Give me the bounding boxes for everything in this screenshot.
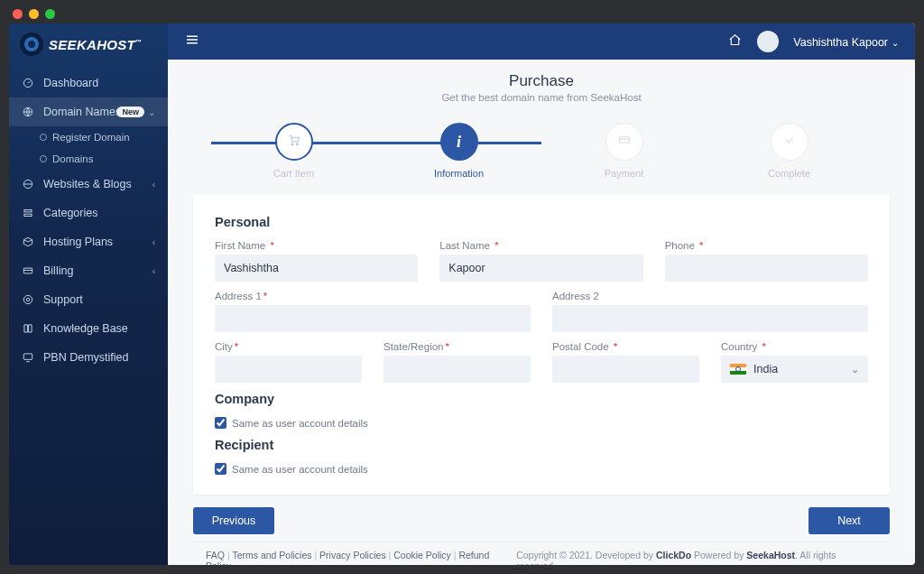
- footer-link-terms[interactable]: Terms and Policies: [232, 550, 311, 560]
- brand-name: SEEKAHOST™: [49, 37, 142, 52]
- phone-label: Phone *: [665, 240, 868, 251]
- company-same-checkbox[interactable]: [215, 417, 226, 429]
- info-icon: i: [457, 133, 461, 152]
- phone-input[interactable]: [665, 255, 868, 282]
- state-input[interactable]: [383, 356, 531, 383]
- svg-rect-11: [619, 137, 629, 144]
- last-name-input[interactable]: [439, 255, 642, 282]
- svg-point-10: [296, 144, 298, 145]
- globe-icon: [22, 106, 34, 118]
- footer-link-privacy[interactable]: Privacy Policies: [319, 550, 386, 560]
- state-label: State/Region*: [383, 341, 531, 352]
- sidebar-item-websites-blogs[interactable]: Websites & Blogs ‹: [9, 170, 168, 199]
- recipient-same-checkbox-row[interactable]: Same as user account details: [215, 463, 868, 475]
- postal-input[interactable]: [552, 356, 699, 383]
- sidebar-item-register-domain[interactable]: Register Domain: [9, 126, 168, 148]
- sidebar-item-label: Domains: [52, 153, 93, 164]
- chevron-down-icon: ⌄: [892, 38, 899, 48]
- section-personal-title: Personal: [215, 215, 868, 229]
- address1-input[interactable]: [215, 305, 531, 332]
- country-select[interactable]: India ⌄: [721, 356, 868, 383]
- chevron-down-icon: ⌄: [851, 364, 859, 375]
- first-name-input[interactable]: [215, 255, 418, 282]
- step-cart-item[interactable]: Cart Item: [211, 123, 376, 179]
- svg-point-6: [23, 295, 32, 303]
- cart-icon: [287, 133, 301, 151]
- postal-label: Postal Code *: [552, 341, 699, 352]
- sidebar-item-pbn-demystified[interactable]: PBN Demystified: [9, 343, 168, 372]
- city-input[interactable]: [215, 356, 362, 383]
- sidebar-item-label: Websites & Blogs: [43, 178, 132, 190]
- city-label: City*: [215, 341, 362, 352]
- svg-rect-3: [24, 210, 32, 212]
- recipient-same-checkbox[interactable]: [215, 463, 226, 475]
- footer: FAQ | Terms and Policies | Privacy Polic…: [193, 542, 890, 565]
- menu-toggle-icon[interactable]: [184, 32, 200, 51]
- card-icon: [22, 264, 34, 277]
- stepper-connector: [211, 142, 541, 144]
- sidebar-item-knowledge-base[interactable]: Knowledge Base: [9, 314, 168, 343]
- sidebar-item-label: Support: [43, 293, 83, 306]
- sidebar-item-label: Domain Names: [43, 106, 121, 118]
- footer-links: FAQ | Terms and Policies | Privacy Polic…: [206, 550, 516, 565]
- india-flag-icon: [730, 364, 746, 375]
- card-icon: [617, 133, 632, 151]
- sidebar-item-domains[interactable]: Domains: [9, 148, 168, 170]
- step-payment: Payment: [541, 123, 707, 179]
- sidebar-item-label: Dashboard: [43, 77, 98, 89]
- support-icon: [22, 293, 34, 306]
- book-icon: [22, 322, 34, 335]
- footer-link-cookie[interactable]: Cookie Policy: [393, 550, 451, 560]
- chevron-right-icon: ‹: [152, 237, 155, 247]
- step-complete: Complete: [707, 123, 872, 179]
- sidebar-item-label: Register Domain: [52, 132, 130, 143]
- svg-rect-5: [23, 268, 32, 273]
- company-same-checkbox-row[interactable]: Same as user account details: [215, 417, 868, 429]
- footer-link-faq[interactable]: FAQ: [206, 550, 225, 560]
- sidebar: SEEKAHOST™ Dashboard Domain Names New ⌄ …: [9, 23, 168, 565]
- globe-icon: [22, 178, 34, 190]
- address2-label: Address 2: [552, 291, 868, 301]
- layers-icon: [22, 207, 34, 219]
- checkout-stepper: Cart Item i Information Payment Complete: [211, 123, 872, 179]
- avatar[interactable]: [757, 31, 779, 52]
- sidebar-item-domain-names[interactable]: Domain Names New ⌄: [9, 97, 168, 126]
- sidebar-item-categories[interactable]: Categories: [9, 199, 168, 227]
- address2-input[interactable]: [552, 305, 868, 332]
- personal-info-card: Personal First Name * Last Name * Phone …: [193, 195, 890, 495]
- svg-rect-4: [24, 214, 32, 216]
- page-title: Purchase: [193, 72, 890, 90]
- user-menu[interactable]: Vashishtha Kapoor⌄: [793, 33, 899, 50]
- svg-rect-8: [23, 354, 32, 359]
- next-button[interactable]: Next: [808, 507, 890, 534]
- previous-button[interactable]: Previous: [193, 507, 274, 534]
- window-controls: [13, 9, 55, 19]
- step-information[interactable]: i Information: [376, 123, 541, 179]
- home-icon[interactable]: [727, 32, 743, 51]
- check-icon: [782, 133, 797, 151]
- sidebar-item-label: Knowledge Base: [43, 322, 128, 335]
- monitor-icon: [22, 351, 34, 364]
- sidebar-item-support[interactable]: Support: [9, 285, 168, 314]
- sidebar-item-label: PBN Demystified: [43, 351, 128, 364]
- address1-label: Address 1*: [215, 291, 531, 301]
- sidebar-item-label: Hosting Plans: [43, 236, 113, 248]
- chevron-right-icon: ‹: [152, 180, 155, 190]
- section-company-title: Company: [215, 392, 868, 406]
- brand-logo[interactable]: SEEKAHOST™: [9, 23, 168, 69]
- sidebar-item-dashboard[interactable]: Dashboard: [9, 69, 168, 97]
- sidebar-item-billing[interactable]: Billing ‹: [9, 256, 168, 285]
- dashboard-icon: [22, 77, 34, 89]
- box-icon: [22, 236, 34, 248]
- sidebar-item-label: Categories: [43, 207, 97, 219]
- sidebar-item-label: Billing: [43, 264, 73, 277]
- new-badge: New: [116, 106, 144, 117]
- last-name-label: Last Name *: [439, 240, 642, 251]
- country-label: Country *: [721, 341, 868, 352]
- chevron-right-icon: ‹: [152, 266, 155, 276]
- page-subtitle: Get the best domain name from SeekaHost: [193, 92, 890, 103]
- svg-point-9: [291, 144, 293, 145]
- first-name-label: First Name *: [215, 240, 418, 251]
- topbar: Vashishtha Kapoor⌄: [168, 23, 915, 60]
- sidebar-item-hosting-plans[interactable]: Hosting Plans ‹: [9, 227, 168, 256]
